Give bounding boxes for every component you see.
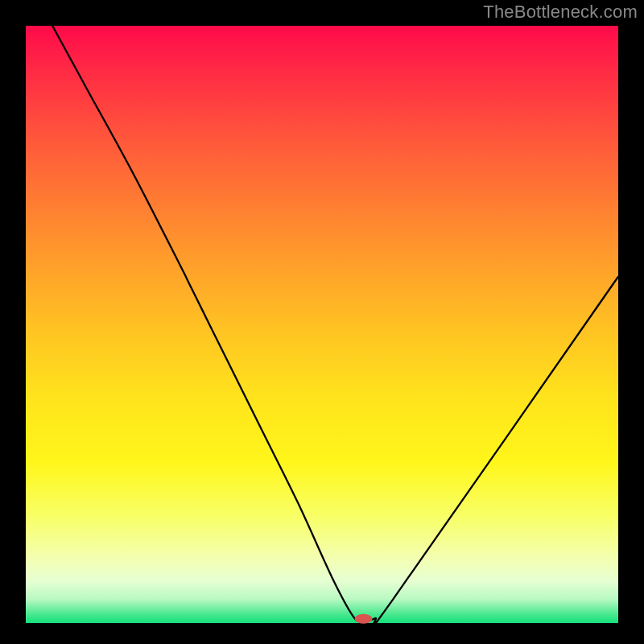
optimal-marker bbox=[355, 614, 373, 624]
gradient-background bbox=[26, 26, 618, 623]
bottleneck-chart bbox=[0, 0, 644, 644]
watermark-text: TheBottleneck.com bbox=[483, 2, 638, 23]
chart-container: { "watermark": "TheBottleneck.com", "cha… bbox=[0, 0, 644, 644]
